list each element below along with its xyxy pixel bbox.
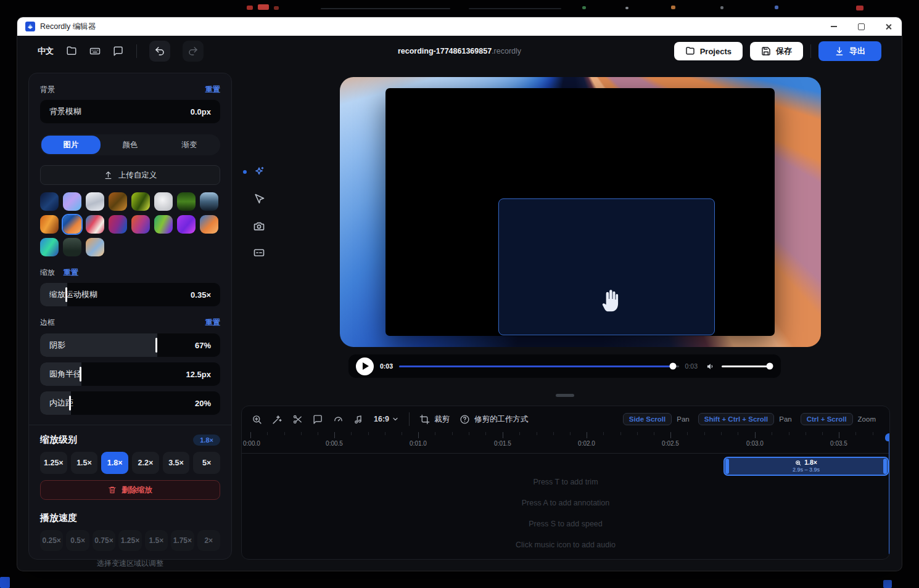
ruler-major-tick bbox=[250, 432, 251, 438]
speed-option[interactable]: 0.5× bbox=[66, 530, 89, 551]
timeline-panel: 16:9 裁剪 修剪的工作方式 bbox=[241, 406, 890, 560]
background-thumbnail[interactable] bbox=[63, 192, 81, 211]
background-thumbnail[interactable] bbox=[177, 192, 196, 211]
speed-option[interactable]: 1.5× bbox=[145, 530, 168, 551]
speed-option[interactable]: 0.75× bbox=[93, 530, 115, 551]
background-thumbnail[interactable] bbox=[131, 215, 150, 234]
desktop-artifact bbox=[775, 6, 778, 9]
speed-gauge-icon[interactable] bbox=[333, 414, 344, 425]
ruler-tick-label: 0:00.0 bbox=[243, 440, 260, 447]
ruler-major-tick bbox=[418, 432, 419, 438]
aspect-ratio-dropdown[interactable]: 16:9 bbox=[374, 415, 399, 423]
zoom-section-title: 缩放 bbox=[40, 267, 55, 278]
maximize-button[interactable] bbox=[847, 17, 875, 36]
trim-help-button[interactable]: 修剪的工作方式 bbox=[460, 414, 529, 425]
volume-thumb[interactable] bbox=[766, 363, 773, 370]
background-thumbnail[interactable] bbox=[109, 215, 127, 234]
minimize-button[interactable] bbox=[820, 17, 847, 36]
cursor-tool-button[interactable] bbox=[253, 193, 265, 205]
crop-button[interactable]: 裁剪 bbox=[419, 414, 450, 425]
corner-radius-slider[interactable]: 圆角半径 12.5px bbox=[40, 362, 220, 386]
seek-bar[interactable] bbox=[399, 365, 679, 367]
close-button[interactable] bbox=[875, 17, 902, 36]
background-tab[interactable]: 颜色 bbox=[101, 136, 160, 154]
video-preview-canvas[interactable] bbox=[340, 77, 821, 347]
speed-option[interactable]: 1.25× bbox=[118, 530, 141, 551]
zoom-level-option[interactable]: 1.8× bbox=[101, 452, 128, 474]
background-thumbnail[interactable] bbox=[86, 238, 104, 256]
music-icon[interactable] bbox=[353, 414, 364, 425]
background-thumbnail[interactable] bbox=[131, 192, 150, 211]
app-icon bbox=[25, 22, 35, 31]
background-thumbnail[interactable] bbox=[86, 215, 104, 234]
border-reset-button[interactable]: 重置 bbox=[205, 317, 220, 328]
language-switch[interactable]: 中文 bbox=[38, 46, 54, 57]
projects-button[interactable]: Projects bbox=[674, 42, 743, 60]
ruler-segment: 0:02.5 bbox=[670, 432, 754, 453]
open-folder-icon[interactable] bbox=[66, 46, 77, 57]
captions-tool-button[interactable] bbox=[253, 247, 265, 259]
background-thumbnail[interactable] bbox=[154, 215, 173, 234]
background-thumbnail[interactable] bbox=[177, 215, 196, 234]
background-thumbnail[interactable] bbox=[200, 215, 218, 234]
document-filename: recording-1774861369857 bbox=[398, 47, 492, 55]
keyboard-shortcuts-icon[interactable] bbox=[89, 46, 101, 57]
zoom-level-option[interactable]: 5× bbox=[193, 452, 220, 474]
background-blur-label: 背景模糊 bbox=[49, 106, 81, 117]
background-reset-button[interactable]: 重置 bbox=[205, 84, 220, 95]
background-blur-value: 0.0px bbox=[191, 107, 211, 116]
scissors-icon[interactable] bbox=[292, 414, 303, 425]
padding-slider[interactable]: 内边距 20% bbox=[40, 391, 220, 415]
annotation-icon[interactable] bbox=[313, 414, 323, 425]
delete-zoom-button[interactable]: 删除缩放 bbox=[40, 480, 220, 500]
speed-option[interactable]: 2× bbox=[197, 530, 220, 551]
aspect-ratio-value: 16:9 bbox=[374, 415, 389, 423]
seek-thumb[interactable] bbox=[670, 363, 677, 370]
background-thumbnail[interactable] bbox=[40, 192, 59, 211]
zoom-motion-blur-slider[interactable]: 缩放运动模糊 0.35× bbox=[40, 283, 220, 306]
undo-button[interactable] bbox=[149, 41, 170, 62]
background-thumbnail[interactable] bbox=[63, 215, 81, 234]
background-tab[interactable]: 渐变 bbox=[160, 136, 219, 154]
background-thumbnail[interactable] bbox=[86, 192, 104, 211]
zoom-level-option[interactable]: 1.25× bbox=[40, 452, 67, 474]
background-thumbnail[interactable] bbox=[109, 192, 127, 211]
shadow-slider[interactable]: 阴影 67% bbox=[40, 333, 220, 357]
trash-icon bbox=[108, 486, 117, 494]
ruler-segment: 0:01.5 bbox=[503, 432, 587, 453]
zoom-level-option[interactable]: 3.5× bbox=[163, 452, 190, 474]
timeline-ruler[interactable]: 0:00.0 0:00.5 0:01.0 bbox=[242, 432, 889, 453]
background-thumbnail[interactable] bbox=[40, 215, 59, 234]
panel-drag-handle[interactable] bbox=[556, 394, 574, 397]
upload-custom-button[interactable]: 上传自定义 bbox=[40, 165, 220, 185]
play-button[interactable] bbox=[356, 357, 374, 375]
speed-option[interactable]: 1.75× bbox=[171, 530, 194, 551]
zoom-reset-button[interactable]: 重置 bbox=[64, 267, 78, 278]
camera-tool-button[interactable] bbox=[253, 220, 265, 232]
projects-label: Projects bbox=[700, 47, 731, 56]
zoom-in-icon[interactable] bbox=[252, 414, 262, 425]
feedback-icon[interactable] bbox=[113, 46, 124, 57]
zoom-clip[interactable]: 1.8× 2.9s – 3.9s bbox=[723, 457, 889, 476]
export-button[interactable]: 导出 bbox=[818, 41, 881, 61]
volume-icon[interactable] bbox=[706, 362, 715, 371]
background-thumbnail[interactable] bbox=[200, 192, 218, 211]
zoom-level-option[interactable]: 2.2× bbox=[132, 452, 159, 474]
background-blur-slider[interactable]: 背景模糊 0.0px bbox=[40, 100, 220, 123]
background-thumbnail[interactable] bbox=[154, 192, 173, 211]
export-download-icon bbox=[835, 46, 844, 56]
save-button[interactable]: 保存 bbox=[750, 42, 803, 60]
undo-icon bbox=[154, 46, 165, 57]
timeline-hint: Click music icon to add audio bbox=[516, 541, 616, 549]
background-tab[interactable]: 图片 bbox=[41, 136, 101, 154]
effects-tool-button[interactable] bbox=[253, 166, 265, 178]
redo-button[interactable] bbox=[183, 41, 204, 62]
background-thumbnail[interactable] bbox=[63, 238, 81, 256]
speed-option[interactable]: 0.25× bbox=[40, 530, 63, 551]
background-thumbnail[interactable] bbox=[40, 238, 59, 256]
save-label: 保存 bbox=[776, 46, 792, 57]
zoom-target-selection[interactable] bbox=[498, 198, 715, 335]
volume-slider[interactable] bbox=[722, 365, 771, 367]
zoom-level-option[interactable]: 1.5× bbox=[71, 452, 98, 474]
magic-wand-icon[interactable] bbox=[272, 414, 282, 425]
